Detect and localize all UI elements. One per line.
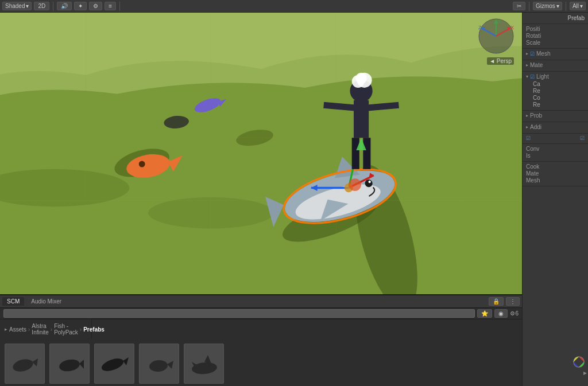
light-co: Co — [533, 95, 540, 101]
expand-btn[interactable]: ▸ — [583, 369, 587, 377]
additional-section: ▸ Addi — [523, 122, 588, 134]
main-layout: Y X Z ◄ Persp SCM Aud — [0, 13, 588, 386]
scene-container: Y X Z ◄ Persp SCM Aud — [0, 13, 522, 386]
breadcrumb-prefabs[interactable]: Prefabs — [83, 326, 105, 333]
transform-section: Positi Rotati Scale — [523, 24, 588, 49]
mat2-label: Mate — [526, 170, 539, 177]
breadcrumb-fish[interactable]: Fish - PolyPack — [54, 323, 78, 336]
cook-label: Cook — [526, 163, 539, 170]
svg-marker-16 — [168, 155, 183, 171]
nav-gizmo[interactable]: Y X Z — [476, 16, 516, 56]
conv-section: Conv Is — [523, 144, 588, 162]
light-section: ▾ ☑ Light Ca Re Co Re — [523, 72, 588, 111]
breadcrumb-row: ▸ Assets › Alstra Infinite › Fish - Poly… — [0, 322, 91, 337]
search-all-dropdown[interactable]: All ▾ — [570, 2, 586, 10]
svg-rect-40 — [323, 102, 355, 111]
asset-item-sharkv1[interactable]: SharkV1 — [184, 344, 224, 386]
mode-2d-btn[interactable]: 2D — [34, 2, 49, 10]
light-ca: Ca — [533, 81, 540, 87]
tools-btn[interactable]: ✂ — [513, 2, 525, 10]
mesh-expand-arrow[interactable]: ▸ — [526, 51, 528, 56]
additional-expand-arrow[interactable]: ▸ — [526, 124, 528, 130]
svg-marker-56 — [32, 358, 38, 366]
scene-viewport[interactable]: Y X Z ◄ Persp — [0, 13, 522, 294]
svg-rect-42 — [352, 138, 359, 169]
svg-text:Y: Y — [498, 18, 501, 24]
mat-label: Mate — [530, 62, 543, 68]
svg-rect-35 — [354, 100, 369, 138]
asset-browser: ▸ Assets › Alstra Infinite › Fish - Poly… — [0, 319, 522, 386]
mesh-label: Mesh — [536, 50, 550, 57]
breadcrumb-assets[interactable]: Assets — [9, 326, 26, 333]
asset-item-fishv1[interactable]: FishV1 — [5, 344, 45, 386]
asset-thumb-fishv3 — [94, 344, 134, 384]
light-re2: Re — [533, 102, 540, 108]
svg-point-34 — [349, 178, 361, 191]
cook-section: Cook Mate Mesh — [523, 162, 588, 186]
additional-label: Addi — [530, 124, 541, 130]
mesh-section: ▸ ☑ Mesh — [523, 49, 588, 60]
svg-point-39 — [355, 73, 367, 84]
tab-scm[interactable]: SCM — [2, 297, 24, 306]
svg-point-13 — [193, 95, 223, 115]
svg-text:Z: Z — [478, 25, 482, 30]
asset-search-input[interactable] — [3, 309, 475, 318]
svg-rect-43 — [363, 138, 370, 169]
fx-btn[interactable]: ✦ — [74, 2, 87, 10]
scene-btn[interactable]: ⚙ — [89, 2, 102, 10]
top-toolbar: Shaded ▾ 2D 🔊 ✦ ⚙ ≡ ✂ Gizmos ▾ All ▾ — [0, 0, 588, 13]
svg-point-15 — [125, 151, 172, 181]
right-panel: Prefab Positi Rotati Scale ▸ ☑ Mesh — [522, 13, 588, 386]
mesh2-label: Mesh — [526, 177, 540, 184]
checkbox2[interactable]: ☑ — [580, 135, 585, 141]
count-badge: ⚙6 — [510, 310, 519, 317]
probe-section: ▸ Prob — [523, 111, 588, 122]
probe-label: Prob — [530, 112, 542, 119]
persp-label: ◄ Persp — [487, 57, 514, 65]
light-expand-arrow[interactable]: ▾ — [526, 74, 528, 79]
bottom-panel: SCM Audio Mixer 🔒 ⋮ ⭐ ◉ ⚙6 — [0, 294, 522, 386]
svg-text:X: X — [510, 25, 514, 30]
sep1 — [53, 2, 53, 11]
breadcrumb-alstra[interactable]: Alstra Infinite — [32, 323, 48, 336]
svg-point-59 — [100, 356, 125, 374]
svg-marker-22 — [265, 193, 288, 227]
right-panel-top: Prefab — [523, 13, 588, 24]
favorites-btn[interactable]: ⭐ — [477, 309, 492, 318]
light-check: ☑ — [530, 74, 535, 80]
sep4 — [566, 2, 566, 11]
materials-section: ▸ Mate — [523, 60, 588, 72]
dots-btn[interactable]: ⋮ — [506, 297, 520, 306]
tab-audio-mixer[interactable]: Audio Mixer — [26, 297, 66, 306]
view-btn[interactable]: ◉ — [494, 309, 508, 318]
asset-item-fishv2[interactable]: FishV2 — [49, 344, 90, 386]
lock-btn[interactable]: 🔒 — [489, 297, 504, 306]
shading-chevron: ▾ — [26, 3, 29, 9]
bottom-tabs: SCM Audio Mixer 🔒 ⋮ — [0, 295, 522, 308]
light-label: Light — [536, 73, 549, 80]
light-re: Re — [533, 88, 540, 94]
sep2 — [119, 2, 120, 11]
svg-rect-41 — [368, 102, 399, 111]
layers-btn[interactable]: ≡ — [105, 2, 116, 10]
position-label: Positi — [526, 26, 540, 32]
asset-thumb-sharkv1 — [184, 344, 224, 384]
probe-expand-arrow[interactable]: ▸ — [526, 113, 528, 118]
rotation-label: Rotati — [526, 33, 541, 39]
mesh-check: ☑ — [530, 51, 535, 57]
svg-point-67 — [577, 360, 581, 364]
svg-marker-60 — [123, 357, 129, 365]
sep3 — [529, 2, 529, 11]
shading-label: Shaded — [5, 3, 25, 9]
color-wheel — [573, 356, 585, 369]
svg-marker-58 — [79, 360, 84, 369]
gizmos-dropdown[interactable]: Gizmos ▾ — [533, 2, 562, 10]
checkbox1[interactable]: ☑ — [526, 135, 531, 141]
mat-expand-arrow[interactable]: ▸ — [526, 63, 528, 68]
shading-dropdown[interactable]: Shaded ▾ — [2, 2, 32, 10]
asset-item-fishv4[interactable]: FishV4 — [139, 344, 179, 386]
svg-point-18 — [164, 115, 189, 130]
audio-btn[interactable]: 🔊 — [57, 2, 72, 10]
scene-objects — [0, 13, 522, 294]
asset-item-fishv3[interactable]: FishV3 — [94, 344, 134, 386]
